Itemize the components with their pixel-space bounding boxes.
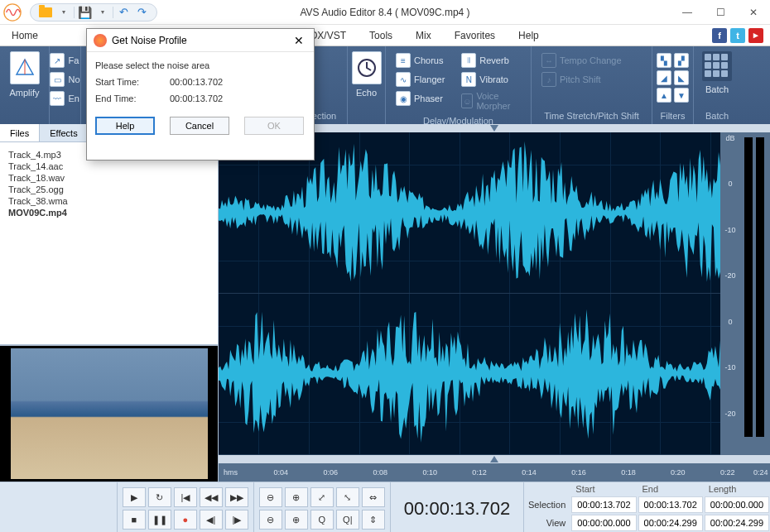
forward-button[interactable]: ▶▶ xyxy=(225,487,248,507)
fade-button[interactable]: ↗Fa xyxy=(50,51,79,69)
view-start[interactable]: 00:00:00.000 xyxy=(571,515,636,531)
waveform-area: dB 0 -10 -20 0 -10 -20 hms 0:04 0:06 0:0… xyxy=(219,124,770,482)
echo-button[interactable]: Echo xyxy=(349,50,385,99)
file-item[interactable]: Track_25.ogg xyxy=(8,184,209,195)
open-button[interactable] xyxy=(37,5,54,20)
close-button[interactable]: ✕ xyxy=(737,0,770,25)
pitch-shift-button[interactable]: ♪Pitch Shift xyxy=(541,70,622,89)
vibrato-button[interactable]: NVibrato xyxy=(461,70,521,89)
maximize-button[interactable]: ☐ xyxy=(704,0,737,25)
filter-icon-3[interactable]: ◢ xyxy=(657,70,671,85)
normalize-button[interactable]: ▭No xyxy=(50,70,79,89)
chorus-button[interactable]: ≡Chorus xyxy=(396,51,445,69)
fade-label: Fa xyxy=(68,55,79,65)
voice-morpher-button[interactable]: ☺Voice Morpher xyxy=(461,89,521,113)
zoom-sel-button[interactable]: ⤡ xyxy=(336,487,359,507)
marker-bar-bottom[interactable] xyxy=(219,455,770,463)
filter-icon-1[interactable]: ▚ xyxy=(657,53,671,68)
filter-icon-5[interactable]: ▲ xyxy=(657,88,671,103)
zoom-fit-button[interactable]: ⤢ xyxy=(310,487,334,507)
save-button[interactable]: 💾 xyxy=(76,5,93,20)
chorus-label: Chorus xyxy=(414,55,443,65)
playhead-marker-top[interactable] xyxy=(490,125,498,132)
file-item[interactable]: Track_18.wav xyxy=(8,172,209,184)
time-ruler[interactable]: hms 0:04 0:06 0:08 0:10 0:12 0:14 0:16 0… xyxy=(219,463,770,482)
filters-group-label: Filters xyxy=(659,109,686,124)
filter-icon-4[interactable]: ◣ xyxy=(674,70,689,85)
db-scale: dB 0 -10 -20 0 -10 -20 xyxy=(720,132,740,455)
end-time-value: 00:00:13.702 xyxy=(170,93,223,103)
menu-home[interactable]: Home xyxy=(0,25,50,46)
phaser-button[interactable]: ◉Phaser xyxy=(396,89,445,108)
reverb-button[interactable]: ⫴Reverb xyxy=(461,51,521,69)
dialog-close-button[interactable]: ✕ xyxy=(291,32,307,49)
youtube-icon[interactable]: ▸ xyxy=(748,28,763,43)
menu-tools[interactable]: Tools xyxy=(358,25,404,46)
twitter-icon[interactable]: t xyxy=(730,28,745,43)
zoom-full-button[interactable]: ⇔ xyxy=(362,487,385,507)
timeline-unit: hms xyxy=(224,468,238,477)
echo-label: Echo xyxy=(356,88,377,98)
batch-button[interactable]: Batch xyxy=(699,50,735,96)
stop-button[interactable]: ■ xyxy=(123,510,146,530)
filter-icon-2[interactable]: ▞ xyxy=(674,53,689,68)
amplify-button[interactable]: Amplify xyxy=(6,50,42,99)
help-button[interactable]: Help xyxy=(95,117,155,135)
envelope-button[interactable]: 〰En xyxy=(50,89,79,108)
rewind-start-button[interactable]: |◀ xyxy=(174,487,197,507)
minimize-button[interactable]: — xyxy=(671,0,704,25)
record-button[interactable]: ● xyxy=(174,510,197,530)
next-button[interactable]: |▶ xyxy=(225,510,248,530)
timeline-tick: 0:14 xyxy=(522,468,537,477)
timeline-tick: 0:10 xyxy=(422,468,437,477)
loop-button[interactable]: ↻ xyxy=(148,487,171,507)
file-item-current[interactable]: MOV09C.mp4 xyxy=(8,207,209,218)
facebook-icon[interactable]: f xyxy=(712,28,727,43)
file-item[interactable]: Track_14.aac xyxy=(8,161,209,172)
zoom-reset-button[interactable]: Q xyxy=(310,510,334,530)
cancel-button[interactable]: Cancel xyxy=(170,117,229,135)
redo-button[interactable]: ↷ xyxy=(133,5,150,20)
play-button[interactable]: ▶ xyxy=(123,487,146,507)
zoom-in-v-button[interactable]: ⊕ xyxy=(285,510,308,530)
end-time-label: End Time: xyxy=(95,93,170,103)
view-length[interactable]: 00:00:24.299 xyxy=(705,515,769,531)
db-mark: 0 xyxy=(728,318,732,363)
flanger-button[interactable]: ∿Flanger xyxy=(396,70,445,89)
zoom-v-fit-button[interactable]: ⇕ xyxy=(362,510,385,530)
pitch-label: Pitch Shift xyxy=(560,74,601,84)
menu-help[interactable]: Help xyxy=(507,25,551,46)
zoom-out-h-button[interactable]: ⊖ xyxy=(259,487,282,507)
file-list[interactable]: Track_4.mp3 Track_14.aac Track_18.wav Tr… xyxy=(0,142,218,344)
playhead-marker-bottom[interactable] xyxy=(490,456,498,463)
selection-start[interactable]: 00:00:13.702 xyxy=(571,496,636,513)
file-item[interactable]: Track_38.wma xyxy=(8,195,209,207)
tab-effects[interactable]: Effects xyxy=(40,124,88,141)
prev-button[interactable]: ◀| xyxy=(200,510,223,530)
selection-length[interactable]: 00:00:00.000 xyxy=(705,496,769,513)
zoom-out-v-button[interactable]: ⊖ xyxy=(259,510,282,530)
rewind-button[interactable]: ◀◀ xyxy=(200,487,223,507)
meter-left xyxy=(744,137,753,437)
filter-icon-6[interactable]: ▼ xyxy=(674,88,689,103)
app-icon xyxy=(0,0,25,25)
undo-button[interactable]: ↶ xyxy=(115,5,132,20)
zoom-all-button[interactable]: Q| xyxy=(336,510,359,530)
timeline-tick: 0:06 xyxy=(324,468,339,477)
qat-dropdown-2[interactable]: ▾ xyxy=(94,5,111,20)
tab-files[interactable]: Files xyxy=(0,124,40,141)
dialog-titlebar[interactable]: Get Noise Profile ✕ xyxy=(87,29,314,52)
waveform-channel-right[interactable] xyxy=(219,294,720,455)
timestretch-group-label: Time Stretch/Pitch Shift xyxy=(538,109,645,124)
pause-button[interactable]: ❚❚ xyxy=(148,510,171,530)
tempo-label: Tempo Change xyxy=(560,55,622,65)
menu-mix[interactable]: Mix xyxy=(404,25,443,46)
selection-end[interactable]: 00:00:13.702 xyxy=(638,496,703,513)
zoom-in-h-button[interactable]: ⊕ xyxy=(285,487,308,507)
ok-button[interactable]: OK xyxy=(244,117,304,135)
view-end[interactable]: 00:00:24.299 xyxy=(638,515,703,531)
noise-profile-dialog: Get Noise Profile ✕ Please select the no… xyxy=(86,28,315,161)
qat-dropdown[interactable]: ▾ xyxy=(55,5,72,20)
menu-favorites[interactable]: Favorites xyxy=(443,25,507,46)
tempo-change-button[interactable]: ↔Tempo Change xyxy=(541,51,622,69)
